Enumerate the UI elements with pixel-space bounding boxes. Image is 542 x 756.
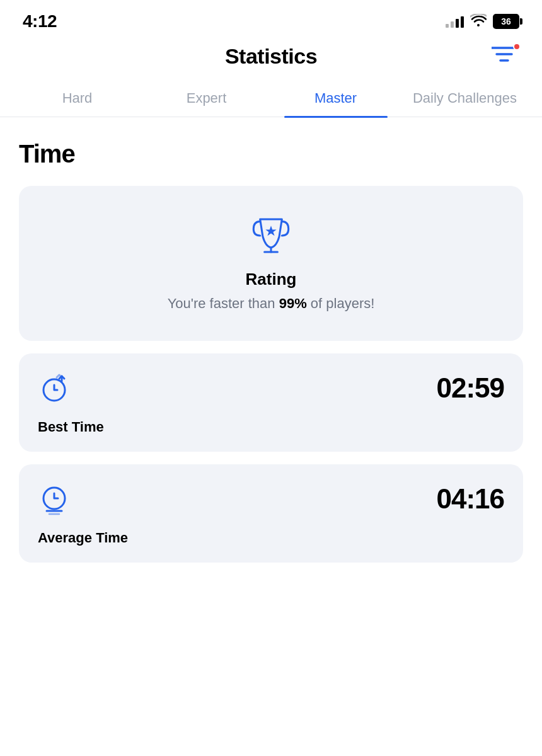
trophy-icon [249, 215, 293, 258]
notification-dot [513, 43, 521, 50]
status-icons: 36 [446, 14, 519, 30]
battery-icon: 36 [493, 14, 519, 29]
average-time-icon [38, 483, 71, 518]
average-time-value: 04:16 [436, 483, 504, 515]
status-time: 4:12 [23, 11, 57, 32]
average-time-label: Average Time [38, 530, 504, 546]
average-time-card: 04:16 Average Time [19, 464, 523, 563]
tab-expert[interactable]: Expert [142, 81, 271, 117]
page-title: Statistics [225, 44, 317, 69]
tab-master[interactable]: Master [271, 81, 400, 117]
signal-icon [446, 15, 464, 28]
tab-daily-challenges[interactable]: Daily Challenges [400, 81, 529, 117]
best-time-label: Best Time [38, 419, 504, 435]
best-time-value: 02:59 [436, 372, 504, 404]
average-time-top: 04:16 [38, 483, 504, 518]
best-time-top: 02:59 [38, 372, 504, 408]
best-time-icon [38, 372, 71, 408]
rating-card: Rating You're faster than 99% of players… [19, 186, 523, 341]
rating-label: Rating [246, 270, 297, 289]
header: Statistics [0, 38, 542, 81]
status-bar: 4:12 36 [0, 0, 542, 38]
section-title: Time [19, 140, 523, 168]
tab-bar: Hard Expert Master Daily Challenges [0, 81, 542, 117]
rating-description: You're faster than 99% of players! [168, 295, 375, 312]
filter-button[interactable] [492, 44, 519, 72]
tab-hard[interactable]: Hard [13, 81, 142, 117]
best-time-card: 02:59 Best Time [19, 353, 523, 452]
main-content: Time Rating You're faster than 99% of pl… [0, 117, 542, 594]
wifi-icon [470, 14, 487, 30]
